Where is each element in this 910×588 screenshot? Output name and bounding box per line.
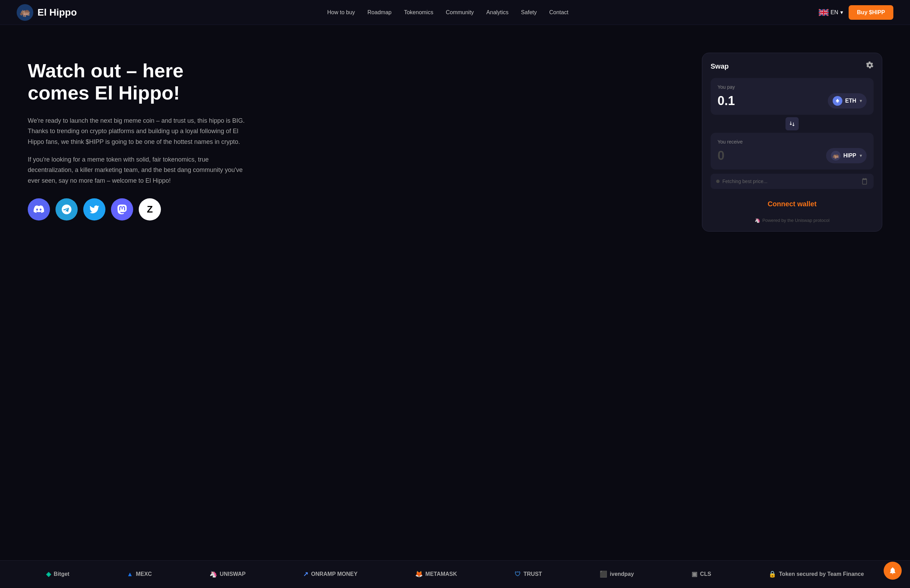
you-receive-amount[interactable]: 0 bbox=[718, 149, 724, 163]
mexc-icon: ▲ bbox=[127, 571, 133, 578]
nav-tokenomics[interactable]: Tokenomics bbox=[404, 10, 433, 16]
ivendpay-icon: ⬛ bbox=[600, 570, 607, 578]
hero-title: Watch out – here comes El Hippo! bbox=[28, 60, 250, 104]
trust-label: TRUST bbox=[524, 571, 542, 577]
eth-icon bbox=[832, 96, 842, 106]
buy-hipp-button[interactable]: Buy $HIPP bbox=[849, 5, 893, 20]
uniswap-icon: 🦄 bbox=[210, 570, 217, 578]
mastodon-button[interactable] bbox=[111, 198, 133, 221]
mexc-label: MEXC bbox=[136, 571, 152, 577]
partner-ivendpay: ⬛ ivendpay bbox=[600, 570, 634, 578]
nav-community[interactable]: Community bbox=[446, 10, 474, 16]
swap-arrows-icon bbox=[789, 121, 795, 127]
partner-trust: 🛡 TRUST bbox=[515, 571, 542, 578]
partner-metamask: 🦊 METAMASK bbox=[415, 570, 457, 578]
powered-by-text: Powered by the Uniswap protocol bbox=[762, 218, 829, 223]
partner-onramp: ↗ ONRAMP MONEY bbox=[303, 570, 357, 578]
bell-icon bbox=[889, 567, 897, 575]
you-pay-amount[interactable]: 0.1 bbox=[718, 94, 735, 108]
hipp-token-label: HIPP bbox=[844, 153, 856, 159]
you-receive-box: You receive 0 🦛 HIPP ▾ bbox=[711, 133, 874, 170]
partner-bitget: ◈ Bitget bbox=[46, 570, 70, 578]
you-receive-row: 0 🦛 HIPP ▾ bbox=[718, 148, 866, 163]
gas-icon bbox=[861, 178, 868, 185]
you-pay-label: You pay bbox=[718, 84, 866, 90]
partners-bar: ◈ Bitget ▲ MEXC 🦄 UNISWAP ↗ ONRAMP MONEY… bbox=[0, 560, 910, 588]
twitter-button[interactable] bbox=[83, 198, 105, 221]
notification-button[interactable] bbox=[884, 562, 902, 580]
partner-cls: ▣ CLS bbox=[692, 570, 711, 578]
twitter-icon bbox=[89, 205, 99, 214]
uk-flag-icon bbox=[819, 9, 829, 16]
fetching-dot-icon bbox=[716, 179, 719, 183]
discord-icon bbox=[34, 205, 44, 213]
powered-by-bar: 🦄 Powered by the Uniswap protocol bbox=[711, 218, 874, 223]
trust-icon: 🛡 bbox=[515, 571, 521, 578]
logo-icon: 🦛 bbox=[17, 4, 33, 21]
hero-description: We're ready to launch the next big meme … bbox=[28, 115, 250, 186]
social-icons-row: Z bbox=[28, 198, 250, 221]
hero-content: Watch out – here comes El Hippo! We're r… bbox=[28, 53, 250, 221]
navbar-right: EN ▾ Buy $HIPP bbox=[819, 5, 893, 20]
navbar: 🦛 El Hippo How to buy Roadmap Tokenomics… bbox=[0, 0, 910, 25]
swap-title: Swap bbox=[711, 62, 729, 70]
swap-divider bbox=[711, 116, 874, 131]
hipp-token-selector[interactable]: 🦛 HIPP ▾ bbox=[826, 148, 866, 163]
eth-token-selector[interactable]: ETH ▾ bbox=[828, 93, 866, 108]
svg-text:🦛: 🦛 bbox=[19, 6, 31, 18]
nav-analytics[interactable]: Analytics bbox=[486, 10, 508, 16]
hero-section: Watch out – here comes El Hippo! We're r… bbox=[0, 25, 910, 560]
zapper-button[interactable]: Z bbox=[139, 198, 161, 221]
zapper-icon: Z bbox=[147, 204, 153, 215]
onramp-label: ONRAMP MONEY bbox=[311, 571, 357, 577]
hero-paragraph-2: If you're looking for a meme token with … bbox=[28, 154, 250, 186]
bitget-label: Bitget bbox=[54, 571, 70, 577]
logo-area: 🦛 El Hippo bbox=[17, 4, 77, 21]
nav-links: How to buy Roadmap Tokenomics Community … bbox=[327, 10, 568, 16]
lang-chevron-icon: ▾ bbox=[840, 9, 843, 16]
you-pay-box: You pay 0.1 ETH ▾ bbox=[711, 78, 874, 115]
cls-label: CLS bbox=[700, 571, 711, 577]
teamfinance-icon: 🔒 bbox=[768, 570, 776, 578]
hipp-icon: 🦛 bbox=[831, 151, 840, 160]
connect-wallet-button[interactable]: Connect wallet bbox=[711, 194, 874, 214]
gear-icon bbox=[866, 61, 874, 69]
fetching-text: Fetching best price... bbox=[723, 179, 768, 184]
fetching-left: Fetching best price... bbox=[716, 179, 768, 184]
lang-label: EN bbox=[831, 10, 838, 16]
partner-mexc: ▲ MEXC bbox=[127, 571, 152, 578]
metamask-label: METAMASK bbox=[425, 571, 457, 577]
settings-button[interactable] bbox=[866, 61, 874, 71]
nav-how-to-buy[interactable]: How to buy bbox=[327, 10, 355, 16]
telegram-icon bbox=[62, 205, 71, 214]
onramp-icon: ↗ bbox=[303, 570, 308, 578]
metamask-icon: 🦊 bbox=[415, 570, 423, 578]
you-receive-label: You receive bbox=[718, 139, 866, 145]
partner-uniswap: 🦄 UNISWAP bbox=[210, 570, 246, 578]
swap-flip-button[interactable] bbox=[784, 116, 800, 131]
you-pay-row: 0.1 ETH ▾ bbox=[718, 93, 866, 108]
hipp-chevron-icon: ▾ bbox=[860, 153, 862, 158]
ivendpay-label: ivendpay bbox=[610, 571, 634, 577]
mastodon-icon bbox=[117, 205, 127, 214]
uniswap-label: UNISWAP bbox=[220, 571, 246, 577]
bitget-icon: ◈ bbox=[46, 570, 51, 578]
swap-card: Swap You pay 0.1 ETH ▾ bbox=[702, 53, 882, 232]
telegram-button[interactable] bbox=[55, 198, 78, 221]
discord-button[interactable] bbox=[28, 198, 50, 221]
eth-chevron-icon: ▾ bbox=[860, 99, 862, 103]
nav-roadmap[interactable]: Roadmap bbox=[368, 10, 391, 16]
brand-name: El Hippo bbox=[37, 7, 77, 18]
eth-token-label: ETH bbox=[845, 98, 856, 104]
cls-icon: ▣ bbox=[692, 570, 697, 578]
language-selector[interactable]: EN ▾ bbox=[819, 9, 843, 16]
nav-safety[interactable]: Safety bbox=[521, 10, 537, 16]
teamfinance-label: Token secured by Team Finance bbox=[779, 571, 864, 577]
partner-teamfinance: 🔒 Token secured by Team Finance bbox=[768, 570, 864, 578]
hero-paragraph-1: We're ready to launch the next big meme … bbox=[28, 115, 250, 147]
nav-contact[interactable]: Contact bbox=[550, 10, 568, 16]
uniswap-logo-icon: 🦄 bbox=[755, 218, 760, 223]
fetching-price-bar: Fetching best price... bbox=[711, 174, 874, 189]
swap-card-header: Swap bbox=[711, 61, 874, 71]
swap-panel: Swap You pay 0.1 ETH ▾ bbox=[702, 53, 882, 232]
